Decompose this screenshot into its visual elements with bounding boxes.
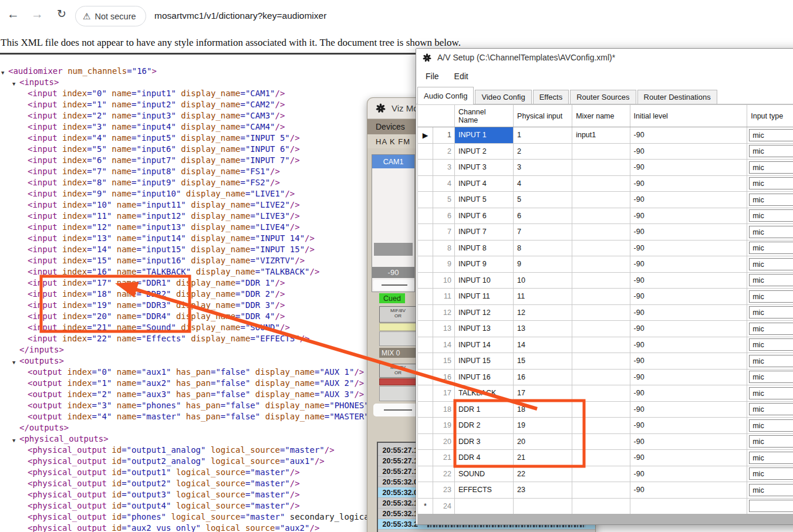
initial-level-cell[interactable]: -90 [630, 289, 747, 305]
channel-name-cell[interactable]: INPUT 3 [454, 160, 513, 176]
row-number-cell[interactable]: 17 [433, 385, 455, 402]
initial-level-cell[interactable]: -90 [630, 337, 747, 353]
initial-level-cell[interactable]: -90 [630, 127, 747, 144]
row-selector-cell[interactable] [418, 175, 433, 192]
physical-input-cell[interactable]: 16 [514, 369, 572, 385]
input-type-cell[interactable]: mic [747, 353, 793, 370]
row-selector-cell[interactable] [418, 256, 433, 273]
mixer-name-cell[interactable] [572, 385, 630, 402]
row-number-cell[interactable]: 12 [433, 304, 455, 321]
input-type-cell[interactable] [747, 498, 793, 514]
row-selector-cell[interactable] [418, 353, 433, 370]
physical-input-cell[interactable]: 7 [514, 224, 572, 240]
avsetup-title-bar[interactable]: A/V Setup (C:\ChannelTemplates\AVConfig.… [416, 49, 793, 66]
column-header[interactable]: Input type [747, 105, 793, 127]
physical-input-cell[interactable]: 8 [514, 240, 572, 256]
input-type-cell[interactable]: mic [747, 289, 793, 305]
mixer-name-cell[interactable] [572, 160, 630, 176]
input-type-cell[interactable]: mic [747, 450, 793, 466]
row-number-cell[interactable]: 20 [433, 433, 455, 450]
mixer-name-cell[interactable] [572, 418, 630, 434]
channel-name-cell[interactable]: INPUT 7 [454, 224, 513, 240]
physical-input-cell[interactable]: 20 [514, 433, 572, 450]
channel-name-cell[interactable]: INPUT 15 [454, 353, 513, 370]
mixer-name-cell[interactable] [572, 401, 630, 418]
physical-input-cell[interactable]: 12 [514, 304, 572, 321]
input-type-cell[interactable]: mic [747, 240, 793, 256]
mix-source-box-1[interactable]: MIF/8V OR [379, 306, 417, 323]
physical-input-cell[interactable]: 9 [514, 256, 572, 273]
menu-devices[interactable]: Devices [376, 122, 405, 131]
physical-input-cell[interactable]: 13 [514, 321, 572, 337]
initial-level-cell[interactable]: -90 [630, 482, 747, 499]
initial-level-cell[interactable]: -90 [630, 208, 747, 224]
mixer-name-cell[interactable] [572, 224, 630, 240]
initial-level-cell[interactable]: -90 [630, 369, 747, 385]
mixer-name-cell[interactable] [572, 433, 630, 450]
channel-name-cell[interactable]: INPUT 2 [454, 143, 513, 160]
initial-level-cell[interactable] [630, 498, 747, 514]
channel-name-cell[interactable]: DDR 3 [454, 433, 513, 450]
channel-name-cell[interactable]: EFFECTS [454, 482, 513, 499]
row-number-cell[interactable]: 19 [433, 418, 455, 434]
channel-name-cell[interactable]: DDR 4 [454, 450, 513, 466]
initial-level-cell[interactable]: -90 [630, 175, 747, 192]
initial-level-cell[interactable]: -90 [630, 224, 747, 240]
physical-input-cell[interactable]: 4 [514, 175, 572, 192]
input-type-cell[interactable]: mic [747, 466, 793, 482]
row-selector-cell[interactable] [418, 482, 433, 499]
row-selector-cell[interactable] [418, 272, 433, 289]
input-type-cell[interactable]: mic [747, 127, 793, 144]
row-selector-cell[interactable] [418, 160, 433, 176]
tab-video-config[interactable]: Video Config [475, 90, 531, 104]
row-selector-cell[interactable] [418, 369, 433, 385]
row-number-cell[interactable]: 1 [433, 127, 455, 144]
input-type-cell[interactable]: mic [747, 482, 793, 499]
input-type-cell[interactable]: mic [747, 224, 793, 240]
channel-name-cell[interactable]: SOUND [454, 466, 513, 482]
initial-level-cell[interactable]: -90 [630, 240, 747, 256]
gray-box-1[interactable] [379, 331, 417, 346]
row-selector-cell[interactable]: ▶ [418, 127, 433, 144]
row-number-cell[interactable]: 16 [433, 369, 455, 385]
row-number-cell[interactable]: 18 [433, 401, 455, 418]
input-type-cell[interactable]: mic [747, 175, 793, 192]
input-type-cell[interactable]: mic [747, 321, 793, 337]
row-selector-cell[interactable] [418, 401, 433, 418]
mixer-name-cell[interactable] [572, 369, 630, 385]
input-type-cell[interactable]: mic [747, 143, 793, 160]
channel-name-cell[interactable]: INPUT 16 [454, 369, 513, 385]
address-bar-url[interactable]: mosartvmc1/v1/dictionary?key=audiomixer [154, 11, 326, 21]
mixer-name-cell[interactable] [572, 256, 630, 273]
initial-level-cell[interactable]: -90 [630, 321, 747, 337]
mixer-name-cell[interactable] [572, 450, 630, 466]
channel-name-cell[interactable]: INPUT 8 [454, 240, 513, 256]
mixer-name-cell[interactable] [572, 143, 630, 160]
row-number-cell[interactable]: 2 [433, 143, 455, 160]
menu-file[interactable]: File [420, 69, 445, 83]
input-type-cell[interactable]: mic [747, 418, 793, 434]
row-number-cell[interactable]: 24 [433, 498, 455, 514]
row-number-cell[interactable]: 14 [433, 337, 455, 353]
row-selector-cell[interactable] [418, 433, 433, 450]
physical-input-cell[interactable]: 3 [514, 160, 572, 176]
row-selector-cell[interactable] [418, 304, 433, 321]
channel-name-cell[interactable]: INPUT 10 [454, 272, 513, 289]
master-pan-slider[interactable] [373, 404, 418, 416]
row-selector-cell[interactable] [418, 192, 433, 208]
row-selector-cell[interactable]: * [418, 498, 433, 514]
channel-name-cell[interactable]: INPUT 4 [454, 175, 513, 192]
forward-icon[interactable]: → [31, 7, 43, 21]
physical-input-cell[interactable]: 22 [514, 466, 572, 482]
row-selector-cell[interactable] [418, 466, 433, 482]
fader-handle[interactable] [374, 243, 413, 256]
column-header[interactable]: Physical input [514, 105, 572, 127]
mixer-name-cell[interactable] [572, 208, 630, 224]
row-selector-cell[interactable] [418, 143, 433, 160]
row-number-cell[interactable]: 8 [433, 240, 455, 256]
physical-input-cell[interactable]: 10 [514, 272, 572, 289]
input-type-cell[interactable]: mic [747, 337, 793, 353]
input-type-cell[interactable]: mic [747, 304, 793, 321]
row-number-cell[interactable]: 13 [433, 321, 455, 337]
initial-level-cell[interactable]: -90 [630, 304, 747, 321]
